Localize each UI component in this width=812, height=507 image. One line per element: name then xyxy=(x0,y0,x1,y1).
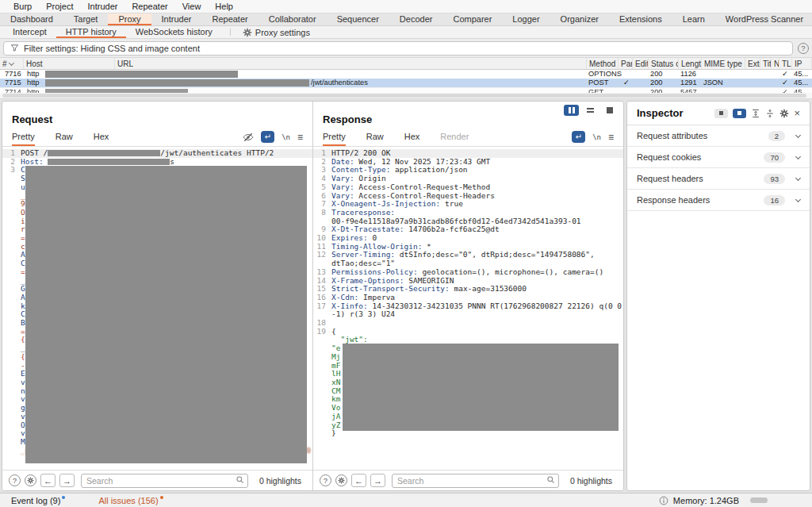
help-icon[interactable]: ? xyxy=(798,43,809,54)
response-tab-pretty[interactable]: Pretty xyxy=(323,128,346,146)
tab-extensions[interactable]: Extensions xyxy=(609,13,672,25)
column-header-ip[interactable]: IP xyxy=(792,58,812,69)
search-prev-button[interactable]: ← xyxy=(351,474,366,487)
menu-item-help[interactable]: Help xyxy=(208,2,240,11)
inspector-settings-gear-icon[interactable] xyxy=(779,109,789,118)
response-search-bar: ? ← → 0 highlights xyxy=(313,470,623,490)
search-next-button[interactable]: → xyxy=(59,474,75,487)
help-icon[interactable]: ? xyxy=(9,474,21,486)
help-icon[interactable]: ? xyxy=(320,474,331,486)
cell-host: http xyxy=(27,79,40,87)
subtab-websockets-history[interactable]: WebSockets history xyxy=(126,26,222,38)
combined-layout-icon[interactable] xyxy=(602,105,617,116)
inspector-dock-icon[interactable] xyxy=(714,109,728,118)
tab-learn[interactable]: Learn xyxy=(672,13,715,25)
column-header-host[interactable]: Host xyxy=(24,58,115,69)
tab-collaborator[interactable]: Collaborator xyxy=(259,13,327,25)
request-search-input[interactable] xyxy=(81,474,248,488)
scrollbar-thumb[interactable] xyxy=(2,94,806,98)
tab-organizer[interactable]: Organizer xyxy=(550,13,609,25)
http-history-row-7715[interactable]: 7715http/jwt/authenticatesPOST✓2001291JS… xyxy=(0,79,812,87)
search-prev-button[interactable]: ← xyxy=(40,474,56,487)
column-header-edite[interactable]: Edite xyxy=(633,58,649,69)
request-tab-raw[interactable]: Raw xyxy=(56,128,73,146)
search-settings-gear-icon[interactable] xyxy=(335,474,347,486)
soft-wrap-toggle-icon[interactable]: ↵ xyxy=(261,131,274,143)
subtab-http-history[interactable]: HTTP history xyxy=(56,26,126,38)
menu-item-view[interactable]: View xyxy=(175,2,209,11)
editor-menu-icon[interactable]: ≡ xyxy=(608,133,614,142)
column-header-para[interactable]: Para xyxy=(619,58,633,69)
divider xyxy=(230,29,231,36)
tab-repeater[interactable]: Repeater xyxy=(201,13,258,25)
inspector-section-request-headers[interactable]: Request headers93 xyxy=(627,168,810,190)
search-next-button[interactable]: → xyxy=(370,474,385,487)
expand-all-icon[interactable] xyxy=(751,109,760,118)
menu-item-repeater[interactable]: Repeater xyxy=(124,2,174,11)
hide-eye-icon[interactable] xyxy=(243,133,254,142)
response-editor[interactable]: 1HTTP/2 200 OK2Date: Wed, 12 Nov 2025 17… xyxy=(313,147,623,470)
request-tab-hex[interactable]: Hex xyxy=(94,128,109,146)
tab-comparer[interactable]: Comparer xyxy=(442,13,502,25)
menu-item-burp[interactable]: Burp xyxy=(6,2,39,11)
column-header-tls[interactable]: TLS xyxy=(779,58,792,69)
tab-sequencer[interactable]: Sequencer xyxy=(327,13,389,25)
host-redaction-bar xyxy=(45,71,238,78)
column-header-status-co[interactable]: Status co xyxy=(649,58,679,69)
editor-menu-icon[interactable]: ≡ xyxy=(297,133,303,142)
tab-proxy[interactable]: Proxy xyxy=(108,13,151,25)
line-number: 3 xyxy=(2,166,15,175)
column-header-method[interactable]: Method xyxy=(587,58,619,69)
soft-wrap-toggle-icon[interactable]: ↵ xyxy=(572,131,585,143)
column-header-[interactable]: # xyxy=(0,58,24,69)
line-number xyxy=(2,217,15,226)
event-log-button[interactable]: Event log (9) xyxy=(11,496,65,505)
history-table-header: #HostURLMethodParaEditeStatus coLengthMI… xyxy=(0,57,812,70)
filter-settings-bar[interactable]: Filter settings: Hiding CSS and image co… xyxy=(3,41,793,56)
horizontal-scrollbar[interactable] xyxy=(0,93,812,99)
tab-decoder[interactable]: Decoder xyxy=(389,13,443,25)
http-history-row-7716[interactable]: 7716httpOPTIONS2001126✓45... xyxy=(0,70,812,79)
all-issues-button[interactable]: All issues (156) xyxy=(98,496,163,505)
tab-logger[interactable]: Logger xyxy=(502,13,550,25)
code-line: 5Vary: Access-Control-Request-Method xyxy=(313,183,623,192)
newline-display-icon[interactable]: \n xyxy=(592,133,601,141)
tab-intruder[interactable]: Intruder xyxy=(151,13,202,25)
inspector-section-response-headers[interactable]: Response headers16 xyxy=(627,190,810,211)
response-tab-render[interactable]: Render xyxy=(440,128,469,146)
inspector-section-label: Request headers xyxy=(637,174,703,183)
inspector-header: Inspector × xyxy=(627,102,810,125)
proxy-settings-button[interactable]: Proxy settings xyxy=(239,26,314,38)
response-tab-raw[interactable]: Raw xyxy=(366,128,384,146)
menu-item-project[interactable]: Project xyxy=(39,2,80,11)
column-header-no[interactable]: No xyxy=(772,58,779,69)
column-header-titl[interactable]: Titl xyxy=(760,58,772,69)
response-search-input[interactable] xyxy=(392,474,559,488)
newline-display-icon[interactable]: \n xyxy=(282,133,290,141)
menu-item-intruder[interactable]: Intruder xyxy=(81,2,125,11)
http-history-row-7714[interactable]: 7714httpGET2005457✓45 xyxy=(0,87,812,93)
rows-layout-icon[interactable] xyxy=(583,105,598,116)
tab-target[interactable]: Target xyxy=(63,13,109,25)
column-header-exter[interactable]: Exter xyxy=(745,58,760,69)
inspector-section-request-cookies[interactable]: Request cookies70 xyxy=(627,147,810,168)
request-tab-pretty[interactable]: Pretty xyxy=(12,128,35,146)
search-settings-gear-icon[interactable] xyxy=(25,474,36,486)
event-log-dot xyxy=(62,496,65,499)
inspector-section-label: Request cookies xyxy=(637,152,701,162)
columns-layout-icon[interactable] xyxy=(564,105,579,116)
inspector-section-request-attributes[interactable]: Request attributes2 xyxy=(627,125,810,147)
tab-dashboard[interactable]: Dashboard xyxy=(0,13,63,25)
request-editor[interactable]: 1POST //jwt/authenticates HTTP/22Host: s… xyxy=(2,147,312,470)
response-tab-hex[interactable]: Hex xyxy=(404,128,420,146)
inspector-pin-icon[interactable] xyxy=(733,109,746,118)
column-header-length[interactable]: Length xyxy=(679,58,702,69)
subtab-intercept[interactable]: Intercept xyxy=(3,26,56,38)
column-header-url[interactable]: URL xyxy=(115,58,587,69)
tab-wordpress-scanner[interactable]: WordPress Scanner xyxy=(715,13,812,25)
collapse-all-icon[interactable] xyxy=(765,109,775,118)
close-icon[interactable]: × xyxy=(794,108,800,118)
inspector-section-count: 93 xyxy=(764,174,785,184)
column-header-mime-type[interactable]: MIME type xyxy=(702,58,745,69)
request-editor-tabs: PrettyRawHex ↵ \n ≡ xyxy=(2,128,312,147)
